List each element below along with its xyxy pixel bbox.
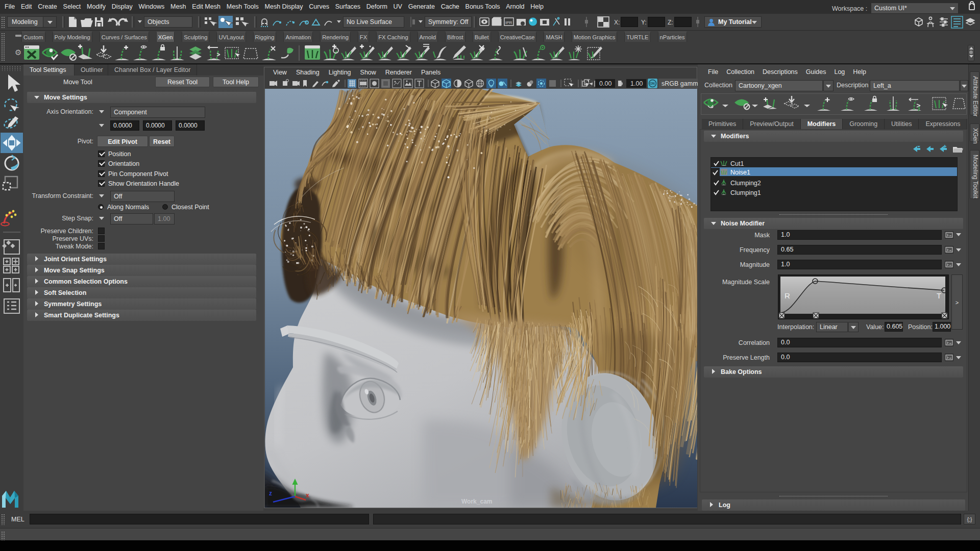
svg-text:Clumping1: Clumping1 <box>730 189 761 196</box>
svg-text:Work_cam: Work_cam <box>461 498 492 505</box>
svg-text:sRGB gamma: sRGB gamma <box>662 80 698 87</box>
svg-text:Clumping2: Clumping2 <box>730 180 761 187</box>
svg-text:IPR: IPR <box>505 20 512 25</box>
svg-text:x: x <box>306 492 309 499</box>
svg-text:Noise1: Noise1 <box>730 169 750 176</box>
svg-text:0.00: 0.00 <box>599 80 611 87</box>
svg-text:1.00: 1.00 <box>630 80 643 87</box>
svg-text:Cut1: Cut1 <box>730 160 744 167</box>
svg-text:z: z <box>269 490 272 497</box>
svg-text:R: R <box>785 291 790 300</box>
svg-text:ON: ON <box>650 82 655 85</box>
svg-text:T: T <box>937 291 941 300</box>
